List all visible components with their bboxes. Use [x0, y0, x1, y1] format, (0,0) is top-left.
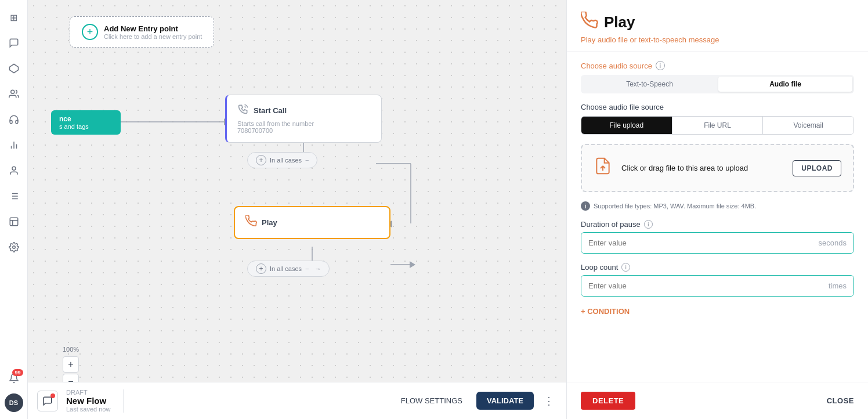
chat-icon[interactable]	[3, 32, 24, 53]
entry-title: Add New Entry point	[104, 24, 202, 33]
audio-source-tabs: Text-to-Speech Audio file	[581, 75, 854, 93]
flow-info: DRAFT New Flow Last saved now	[66, 389, 110, 413]
tab-voicemail[interactable]: Voicemail	[763, 117, 853, 134]
audio-source-label: Choose audio source i	[581, 61, 854, 70]
bottom-bar: DRAFT New Flow Last saved now FLOW SETTI…	[28, 382, 566, 419]
sidebar: ⊞ 99 DS	[0, 0, 28, 419]
canvas-area[interactable]: + Add New Entry point Click here to add …	[28, 0, 566, 419]
panel-title-row: Play	[581, 12, 854, 33]
flow-name: New Flow	[66, 396, 110, 406]
svg-rect-12	[10, 218, 18, 226]
loop-count-input-wrapper: times	[581, 275, 854, 297]
in-all-cases-label-2: In all cases	[270, 265, 302, 272]
team-icon[interactable]	[3, 160, 24, 181]
duration-input[interactable]	[581, 233, 812, 253]
notification-badge: 99	[12, 369, 23, 376]
start-call-title: Start Call	[254, 106, 287, 115]
loop-count-input[interactable]	[581, 276, 822, 296]
panel-title: Play	[604, 13, 635, 31]
panel-body: Choose audio source i Text-to-Speech Aud…	[567, 52, 868, 326]
grid-icon[interactable]: ⊞	[3, 7, 24, 28]
diagram-icon[interactable]	[3, 58, 24, 79]
audio-source-info-icon[interactable]: i	[656, 61, 665, 70]
draft-label: DRAFT	[66, 389, 110, 396]
upload-text: Click or drag file to this area to uploa…	[621, 164, 783, 172]
more-options-button[interactable]: ⋮	[541, 393, 557, 409]
chart-icon[interactable]	[3, 135, 24, 156]
loop-count-label: Loop count i	[581, 263, 854, 272]
duration-group: Duration of pause i seconds	[581, 220, 854, 254]
list-icon[interactable]	[3, 186, 24, 207]
right-panel: Play Play audio file or text-to-speech m…	[566, 0, 868, 419]
start-call-node[interactable]: Start Call Starts call from the number 7…	[225, 95, 382, 143]
audio-source-section: Choose audio source i Text-to-Speech Aud…	[581, 61, 854, 93]
headset-icon[interactable]	[3, 109, 24, 130]
file-types-info-dot: i	[581, 201, 590, 211]
start-call-header: Start Call	[237, 103, 371, 118]
pill-plus-icon-1[interactable]: +	[256, 155, 266, 165]
pill-minus-icon-1: −	[305, 157, 309, 164]
add-entry-point[interactable]: + Add New Entry point Click here to add …	[70, 16, 214, 48]
teal-label: nce	[59, 115, 113, 123]
bottom-divider	[123, 389, 124, 413]
zoom-level: 100%	[63, 346, 79, 353]
settings-icon[interactable]	[3, 237, 24, 258]
tab-file-upload[interactable]: File upload	[581, 117, 672, 134]
bottom-chat-icon[interactable]	[37, 391, 58, 411]
play-node-header: Play	[245, 215, 379, 230]
start-call-icon	[237, 103, 249, 118]
tab-text-to-speech[interactable]: Text-to-Speech	[583, 77, 717, 92]
in-all-cases-pill-2[interactable]: + In all cases − →	[247, 261, 330, 277]
close-button[interactable]: CLOSE	[827, 396, 854, 405]
panel-header: Play Play audio file or text-to-speech m…	[567, 0, 868, 52]
pill-plus-icon-2[interactable]: +	[256, 263, 266, 274]
plus-circle-icon: +	[82, 24, 98, 40]
condition-section: + CONDITION	[581, 306, 854, 316]
flow-settings-button[interactable]: FLOW SETTINGS	[394, 393, 469, 409]
teal-sub: s and tags	[59, 123, 113, 130]
upload-area[interactable]: Click or drag file to this area to uploa…	[581, 144, 854, 192]
upload-button[interactable]: UPLOAD	[793, 160, 841, 176]
in-all-cases-label-1: In all cases	[270, 157, 302, 164]
panel-play-icon	[581, 12, 598, 33]
delete-button[interactable]: DELETE	[581, 392, 635, 410]
play-node[interactable]: Play	[234, 206, 390, 239]
loop-count-group: Loop count i times	[581, 263, 854, 297]
file-types-text: Supported file types: MP3, WAV. Maximum …	[594, 203, 756, 210]
svg-point-13	[12, 246, 15, 249]
arrow-right-indicator: →	[314, 265, 321, 272]
template-icon[interactable]	[3, 211, 24, 232]
condition-button[interactable]: + CONDITION	[581, 307, 630, 316]
user-avatar[interactable]: DS	[5, 393, 23, 412]
file-source-label: Choose audio file source	[581, 103, 854, 111]
svg-point-5	[12, 167, 16, 170]
chat-dot	[50, 393, 55, 398]
tab-file-url[interactable]: File URL	[672, 117, 764, 134]
file-types-note: i Supported file types: MP3, WAV. Maximu…	[581, 201, 854, 211]
panel-subtitle: Play audio file or text-to-speech messag…	[581, 35, 854, 44]
play-node-title: Play	[262, 218, 277, 227]
entry-text: Add New Entry point Click here to add a …	[104, 24, 202, 40]
duration-info-icon[interactable]: i	[644, 220, 653, 229]
start-call-phone: 7080700700	[237, 127, 371, 134]
notification-icon[interactable]: 99	[3, 368, 24, 389]
duration-input-wrapper: seconds	[581, 232, 854, 254]
teal-node[interactable]: nce s and tags	[51, 110, 121, 135]
validate-button[interactable]: VALIDATE	[476, 392, 534, 410]
duration-suffix: seconds	[812, 233, 853, 253]
entry-subtitle: Click here to add a new entry point	[104, 33, 202, 40]
tab-audio-file[interactable]: Audio file	[718, 77, 852, 92]
users-icon[interactable]	[3, 84, 24, 104]
loop-count-info-icon[interactable]: i	[621, 263, 630, 272]
svg-marker-22	[410, 261, 415, 268]
zoom-in-button[interactable]: +	[63, 356, 79, 373]
panel-footer: DELETE CLOSE	[567, 382, 868, 419]
file-source-tabs: File upload File URL Voicemail	[581, 116, 854, 135]
duration-label: Duration of pause i	[581, 220, 854, 229]
bottom-bar-actions: FLOW SETTINGS VALIDATE ⋮	[394, 392, 557, 410]
start-call-subtitle: Starts call from the number	[237, 120, 371, 127]
play-node-icon	[245, 215, 257, 230]
loop-count-suffix: times	[822, 276, 853, 296]
svg-point-1	[10, 90, 14, 93]
in-all-cases-pill-1[interactable]: + In all cases −	[247, 152, 317, 168]
